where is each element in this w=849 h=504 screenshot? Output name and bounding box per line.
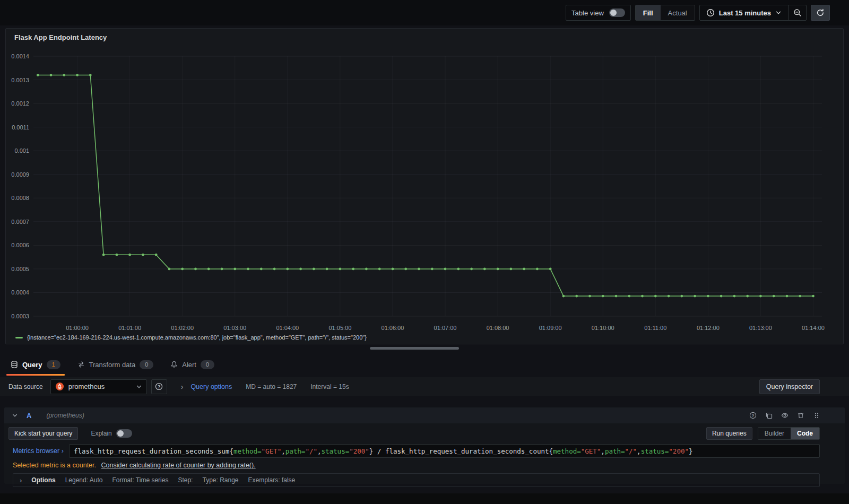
query-code-input[interactable]: flask_http_request_duration_seconds_sum{…: [69, 444, 820, 458]
datasource-help-button[interactable]: ?: [151, 379, 167, 394]
datasource-bar: Data source prometheus ? › Query options…: [0, 377, 849, 396]
datasource-label: Data source: [8, 383, 43, 390]
svg-text:01:08:00: 01:08:00: [487, 325, 509, 331]
tab-query[interactable]: Query 1: [5, 353, 66, 376]
bottom-strip: [0, 493, 849, 504]
query-row-header[interactable]: A (prometheus) ?: [4, 407, 845, 423]
tab-transform-data[interactable]: Transform data 0: [72, 353, 159, 376]
time-picker-group: Last 15 minutes: [699, 5, 807, 21]
tab-alert-label: Alert: [182, 361, 196, 369]
transform-icon: [77, 361, 85, 368]
tab-transform-count: 0: [140, 360, 153, 369]
database-icon: [11, 361, 18, 368]
explain-label: Explain: [91, 430, 111, 437]
datasource-select[interactable]: prometheus: [50, 379, 147, 394]
panel-title: Flask App Endpoint Latency: [6, 29, 843, 41]
svg-text:01:12:00: 01:12:00: [697, 325, 720, 331]
svg-text:?: ?: [752, 413, 755, 418]
query-help-button[interactable]: ?: [749, 412, 757, 419]
query-ref-id: A: [27, 412, 31, 420]
code-mode-button[interactable]: Code: [791, 428, 819, 439]
svg-text:01:02:00: 01:02:00: [171, 325, 194, 331]
query-row-card: A (prometheus) ?: [4, 407, 845, 484]
hide-query-button[interactable]: [781, 412, 789, 419]
refresh-icon: [816, 8, 825, 17]
options-chevron-icon[interactable]: ›: [20, 476, 22, 484]
legend-series-swatch: [15, 337, 23, 338]
duplicate-query-button[interactable]: [765, 412, 773, 419]
refresh-button[interactable]: [811, 5, 830, 21]
latency-chart-canvas[interactable]: 0.00140.00130.00120.00110.0010.00090.000…: [6, 45, 844, 331]
svg-text:0.0008: 0.0008: [11, 195, 29, 201]
query-row-body: Kick start your query Explain Run querie…: [4, 423, 845, 487]
collapse-chevron-icon[interactable]: [12, 412, 18, 419]
tab-alert-count: 0: [201, 360, 214, 369]
table-view-control: Table view: [566, 5, 631, 21]
view-mode-group: Fill Actual: [635, 5, 695, 21]
tab-query-label: Query: [22, 361, 42, 369]
options-item-step: Step:: [178, 476, 193, 484]
svg-text:0.0004: 0.0004: [11, 289, 29, 296]
builder-mode-button[interactable]: Builder: [758, 428, 791, 439]
interval-text: Interval = 15s: [310, 383, 349, 390]
zoom-out-button[interactable]: [788, 5, 806, 20]
svg-text:0.0014: 0.0014: [11, 53, 29, 59]
svg-text:01:00:00: 01:00:00: [66, 325, 89, 331]
explain-toggle[interactable]: [116, 429, 132, 438]
query-options-chevron-icon[interactable]: ›: [181, 383, 184, 391]
svg-text:0.0012: 0.0012: [11, 100, 29, 107]
datasource-value: prometheus: [68, 383, 105, 390]
metrics-browser-button[interactable]: Metrics browser ›: [8, 447, 69, 455]
options-item-format: Format: Time series: [112, 476, 168, 484]
svg-text:01:10:00: 01:10:00: [592, 325, 614, 331]
prometheus-icon: [55, 382, 64, 391]
table-view-toggle[interactable]: [609, 8, 625, 17]
editor-mode-group: Builder Code: [758, 427, 820, 440]
actual-button[interactable]: Actual: [661, 5, 695, 20]
delete-query-button[interactable]: [797, 412, 804, 419]
editor-tabs: Query 1 Transform data 0 Alert 0: [0, 353, 849, 376]
svg-text:0.0003: 0.0003: [11, 313, 29, 319]
clock-icon: [706, 8, 715, 17]
panel-editor-topbar: Table view Fill Actual Last 15 minutes: [0, 0, 849, 25]
svg-text:01:09:00: 01:09:00: [539, 325, 562, 331]
legend-series-label: {instance="ec2-184-169-216-224.us-west-1…: [27, 334, 367, 341]
drag-handle-icon[interactable]: [813, 412, 820, 419]
svg-text:?: ?: [158, 384, 160, 389]
warning-text: Selected metric is a counter.: [13, 462, 96, 469]
svg-text:01:06:00: 01:06:00: [382, 325, 404, 331]
svg-text:01:03:00: 01:03:00: [223, 325, 246, 331]
tab-alert[interactable]: Alert 0: [165, 353, 220, 376]
fill-button[interactable]: Fill: [636, 5, 661, 20]
search-minus-icon: [793, 8, 802, 17]
query-options-row: › Options Legend: Auto Format: Time seri…: [13, 473, 820, 487]
time-range-button[interactable]: Last 15 minutes: [700, 5, 788, 20]
query-inspector-button[interactable]: Query inspector: [759, 379, 820, 394]
counter-warning: Selected metric is a counter. Consider c…: [13, 462, 820, 469]
svg-text:0.001: 0.001: [14, 147, 29, 154]
options-item-legend: Legend: Auto: [65, 476, 103, 484]
svg-text:0.0013: 0.0013: [11, 77, 29, 83]
legend-item[interactable]: {instance="ec2-184-169-216-224.us-west-1…: [15, 334, 367, 341]
svg-text:0.0007: 0.0007: [11, 219, 29, 225]
svg-text:01:04:00: 01:04:00: [276, 325, 299, 331]
run-queries-button[interactable]: Run queries: [706, 427, 752, 440]
warning-rate-link[interactable]: Consider calculating rate of counter by …: [101, 462, 256, 469]
time-range-label: Last 15 minutes: [719, 9, 771, 17]
pane-resize-handle[interactable]: [370, 347, 459, 350]
chevron-down-icon: [775, 10, 782, 16]
query-options-toggle[interactable]: Query options: [190, 383, 232, 390]
query-datasource-hint: (prometheus): [46, 412, 84, 419]
options-toggle[interactable]: Options: [31, 476, 55, 484]
options-item-type: Type: Range: [202, 476, 238, 484]
kick-start-query-button[interactable]: Kick start your query: [8, 427, 78, 440]
svg-text:01:05:00: 01:05:00: [328, 325, 351, 331]
svg-text:0.0009: 0.0009: [11, 171, 29, 178]
max-data-points-text: MD = auto = 1827: [246, 383, 297, 390]
chevron-right-icon: ›: [62, 447, 64, 455]
pane-divider: [0, 344, 849, 352]
svg-text:0.0011: 0.0011: [12, 124, 29, 131]
svg-text:01:14:00: 01:14:00: [802, 325, 825, 331]
svg-text:01:07:00: 01:07:00: [434, 325, 457, 331]
tab-query-count: 1: [47, 360, 60, 369]
